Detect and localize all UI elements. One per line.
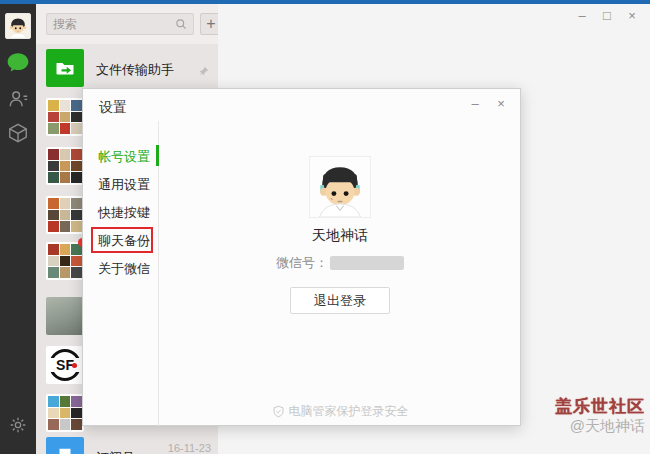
watermark-subtitle: @天地神话 [555,417,645,435]
group-avatar [46,196,84,234]
chats-icon[interactable] [0,52,36,78]
search-input[interactable]: 搜索 [46,13,194,35]
pinned-icon [199,66,209,76]
watermark: 盖乐世社区 @天地神话 [555,397,645,435]
logout-button[interactable]: 退出登录 [290,287,390,314]
group-avatar [46,242,84,280]
menu-item-account-settings[interactable]: 帐号设置 [83,147,158,175]
menu-item-general-settings[interactable]: 通用设置 [83,175,158,203]
collections-cube-icon[interactable] [0,122,36,148]
window-minimize-button[interactable]: – [574,8,590,23]
security-footer: 电脑管家保护登录安全 [158,403,522,420]
profile-name: 天地神话 [158,227,522,245]
menu-item-about-wechat[interactable]: 关于微信 [83,259,158,287]
avatar-cartoon [310,157,370,217]
subscriptions-icon [46,437,84,454]
dialog-controls: – × [468,96,508,111]
window-close-button[interactable]: × [624,8,640,23]
chat-row-label: 文件传输助手 [96,61,174,79]
dialog-title: 设置 [99,99,127,117]
chat-row-time: 16-11-23 [168,442,211,454]
wechat-id-row: 微信号： [158,254,522,272]
dialog-minimize-button[interactable]: – [468,96,482,111]
settings-gear-icon[interactable] [0,415,36,439]
settings-dialog: 设置 – × 帐号设置 通用设置 快捷按键 聊天备份 关于微信 [82,88,521,426]
annotation-highlight-box [91,227,153,253]
user-avatar-small[interactable] [5,13,31,39]
group-avatar [46,147,84,185]
chat-row-label: 订阅号 [96,449,135,454]
account-profile-panel: 天地神话 微信号： 退出登录 电脑管家保护登录安全 [158,121,522,427]
nav-rail [0,4,36,454]
chat-row-file-transfer[interactable]: 文件传输助手 [36,44,218,93]
contacts-icon[interactable] [0,88,36,114]
watermark-title: 盖乐世社区 [555,397,645,417]
window-controls: – □ × [574,8,640,23]
avatar-cartoon-small [6,14,30,38]
shield-icon [272,405,285,418]
wechat-window: 搜索 + 文件传输助手 [0,0,650,454]
file-transfer-icon [46,49,84,87]
search-placeholder: 搜索 [53,16,175,33]
security-footer-text: 电脑管家保护登录安全 [289,403,409,420]
photo-avatar [46,297,84,335]
group-avatar [46,394,84,432]
profile-avatar [309,156,371,218]
chat-row-subscriptions[interactable]: 订阅号 16-11-23 [36,432,218,454]
window-maximize-button[interactable]: □ [599,8,615,23]
sf-express-logo: SF [46,346,84,384]
settings-menu: 帐号设置 通用设置 快捷按键 聊天备份 关于微信 [83,147,158,287]
search-icon [175,18,187,30]
wechat-id-label: 微信号： [276,254,328,272]
sf-red-dot [72,363,77,368]
dialog-close-button[interactable]: × [494,96,508,111]
search-strip: 搜索 + [36,4,218,44]
wechat-id-redacted [330,256,404,270]
group-avatar [46,98,84,136]
